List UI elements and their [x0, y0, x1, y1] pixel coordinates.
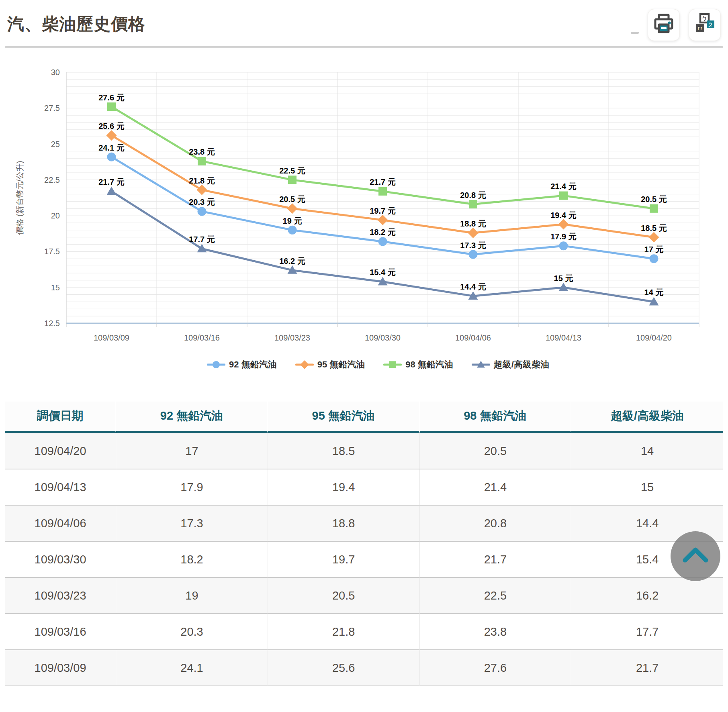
svg-text:27.5: 27.5 — [44, 104, 60, 112]
date-cell: 109/03/23 — [5, 578, 116, 614]
chevron-up-icon — [671, 530, 720, 582]
svg-text:20.3 元: 20.3 元 — [189, 198, 215, 206]
svg-text:21.4 元: 21.4 元 — [550, 182, 576, 191]
svg-text:109/03/09: 109/03/09 — [94, 333, 129, 342]
scroll-to-top-button[interactable] — [671, 531, 720, 581]
svg-text:20.5 元: 20.5 元 — [641, 195, 667, 204]
price-cell: 17.9 — [116, 469, 268, 506]
price-cell: 21.8 — [268, 614, 420, 650]
svg-text:18.8 元: 18.8 元 — [460, 219, 486, 228]
svg-text:17.5: 17.5 — [44, 247, 60, 256]
svg-text:25: 25 — [51, 140, 60, 149]
price-history-chart: 3027.52522.52017.51512.5價格 (新台幣元/公升)109/… — [0, 48, 728, 353]
table-header-row: 調價日期92 無鉛汽油95 無鉛汽油98 無鉛汽油超級/高級柴油 — [5, 401, 723, 433]
price-cell: 23.8 — [420, 614, 572, 650]
date-cell: 109/03/30 — [5, 542, 116, 578]
square-legend-marker — [383, 359, 402, 370]
table-row: 109/03/231920.522.516.2 — [5, 578, 723, 614]
price-cell: 21.4 — [420, 469, 572, 506]
price-cell: 25.6 — [268, 650, 420, 686]
svg-text:ㄅ: ㄅ — [701, 15, 708, 22]
legend-label: 95 無鉛汽油 — [317, 359, 365, 371]
diamond-legend-marker — [295, 359, 314, 370]
svg-text:22.5 元: 22.5 元 — [279, 166, 305, 175]
print-button[interactable] — [648, 9, 680, 41]
zhuyin-translate-button[interactable]: ㄅ ㄇ ㄆ — [689, 9, 721, 41]
svg-text:19 元: 19 元 — [283, 216, 302, 225]
series-98-無鉛汽油 — [107, 102, 658, 213]
svg-text:109/03/16: 109/03/16 — [184, 333, 220, 342]
table-row: 109/04/1317.919.421.415 — [5, 469, 723, 506]
price-cell: 20.8 — [420, 506, 572, 542]
svg-text:23.8 元: 23.8 元 — [189, 147, 215, 156]
svg-text:30: 30 — [51, 68, 60, 77]
table-header-3: 98 無鉛汽油 — [420, 401, 572, 433]
svg-text:17.7 元: 17.7 元 — [189, 235, 215, 244]
price-cell: 17 — [116, 433, 268, 469]
price-cell: 15 — [571, 469, 723, 506]
price-cell: 19.7 — [268, 542, 420, 578]
table-header-1: 92 無鉛汽油 — [116, 401, 268, 433]
table-header-0: 調價日期 — [5, 401, 116, 433]
price-cell: 17.3 — [116, 506, 268, 542]
table-row: 109/03/1620.321.823.817.7 — [5, 614, 723, 650]
svg-text:12.5: 12.5 — [44, 319, 60, 328]
table-row: 109/03/3018.219.721.715.4 — [5, 542, 723, 578]
y-axis-title: 價格 (新台幣元/公升) — [15, 161, 24, 235]
legend-item-95-無鉛汽油[interactable]: 95 無鉛汽油 — [295, 359, 365, 371]
price-cell: 22.5 — [420, 578, 572, 614]
x-axis-labels: 109/03/09109/03/16109/03/23109/03/30109/… — [94, 333, 672, 342]
date-cell: 109/03/16 — [5, 614, 116, 650]
svg-text:18.5 元: 18.5 元 — [641, 224, 667, 233]
svg-text:109/03/23: 109/03/23 — [274, 333, 310, 342]
price-cell: 16.2 — [571, 578, 723, 614]
table-row: 109/04/201718.520.514 — [5, 433, 723, 469]
price-cell: 19 — [116, 578, 268, 614]
svg-text:17 元: 17 元 — [644, 245, 664, 254]
price-cell: 20.5 — [268, 578, 420, 614]
svg-text:ㄆ: ㄆ — [708, 21, 713, 28]
svg-text:27.6 元: 27.6 元 — [98, 93, 124, 102]
price-cell: 19.4 — [268, 469, 420, 506]
legend-item-92-無鉛汽油[interactable]: 92 無鉛汽油 — [207, 359, 277, 371]
price-cell: 27.6 — [420, 650, 572, 686]
date-cell: 109/03/09 — [5, 650, 116, 686]
svg-text:21.8 元: 21.8 元 — [189, 176, 215, 185]
chart-legend: 92 無鉛汽油95 無鉛汽油98 無鉛汽油超級/高級柴油 — [28, 354, 728, 375]
svg-text:21.7 元: 21.7 元 — [98, 177, 124, 186]
table-header-4: 超級/高級柴油 — [571, 401, 723, 433]
zhuyin-translate-icon: ㄅ ㄇ ㄆ — [693, 13, 716, 37]
svg-text:14 元: 14 元 — [644, 288, 664, 297]
svg-text:15.4 元: 15.4 元 — [370, 268, 395, 277]
svg-text:15 元: 15 元 — [554, 274, 573, 283]
legend-item-超級/高級柴油[interactable]: 超級/高級柴油 — [472, 359, 549, 371]
price-cell: 18.2 — [116, 542, 268, 578]
svg-text:20.5 元: 20.5 元 — [279, 195, 305, 204]
table-row: 109/03/0924.125.627.621.7 — [5, 650, 723, 686]
svg-text:24.1 元: 24.1 元 — [98, 143, 124, 152]
price-cell: 20.5 — [420, 433, 572, 469]
svg-text:22.5: 22.5 — [44, 175, 60, 184]
svg-text:14.4 元: 14.4 元 — [460, 282, 486, 291]
price-cell: 20.3 — [116, 614, 268, 650]
svg-text:21.7 元: 21.7 元 — [370, 177, 395, 186]
svg-text:17.3 元: 17.3 元 — [460, 241, 486, 250]
price-table: 調價日期92 無鉛汽油95 無鉛汽油98 無鉛汽油超級/高級柴油 109/04/… — [5, 401, 723, 686]
svg-text:109/04/20: 109/04/20 — [636, 333, 672, 342]
legend-item-98-無鉛汽油[interactable]: 98 無鉛汽油 — [383, 359, 453, 371]
svg-text:25.6 元: 25.6 元 — [98, 122, 124, 131]
price-cell: 14 — [571, 433, 723, 469]
date-cell: 109/04/20 — [5, 433, 116, 469]
svg-text:109/04/06: 109/04/06 — [455, 333, 491, 342]
svg-text:16.2 元: 16.2 元 — [279, 257, 305, 265]
svg-text:109/04/13: 109/04/13 — [546, 333, 581, 342]
table-header-2: 95 無鉛汽油 — [268, 401, 420, 433]
svg-text:20.8 元: 20.8 元 — [460, 191, 486, 200]
price-cell: 24.1 — [116, 650, 268, 686]
header-actions: ㄅ ㄇ ㄆ — [631, 9, 721, 41]
svg-text:ㄇ: ㄇ — [697, 24, 703, 31]
svg-text:20: 20 — [51, 211, 60, 220]
price-cell: 18.8 — [268, 506, 420, 542]
table-row: 109/04/0617.318.820.814.4 — [5, 506, 723, 542]
date-cell: 109/04/13 — [5, 469, 116, 506]
